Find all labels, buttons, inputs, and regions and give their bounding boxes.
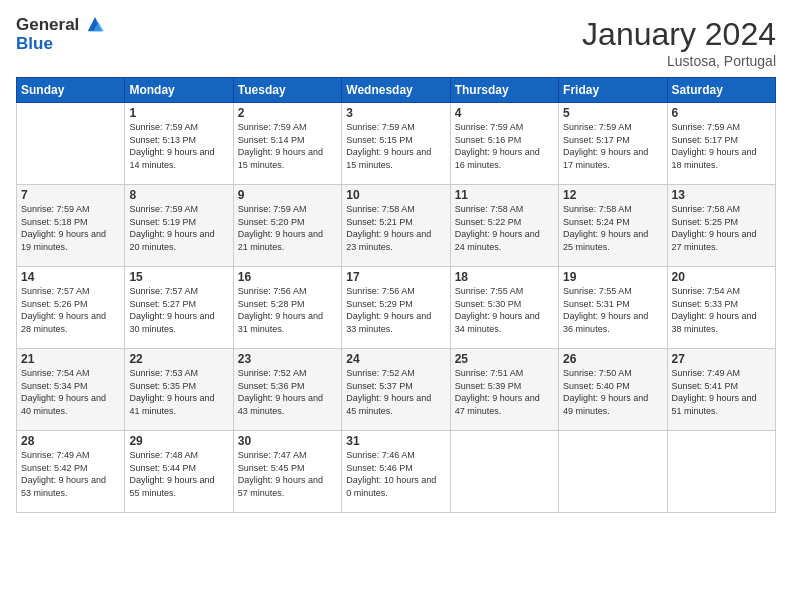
day-info: Sunrise: 7:57 AMSunset: 5:26 PMDaylight:… bbox=[21, 285, 120, 335]
day-number: 15 bbox=[129, 270, 228, 284]
calendar-cell: 12Sunrise: 7:58 AMSunset: 5:24 PMDayligh… bbox=[559, 185, 667, 267]
calendar-cell: 21Sunrise: 7:54 AMSunset: 5:34 PMDayligh… bbox=[17, 349, 125, 431]
day-number: 1 bbox=[129, 106, 228, 120]
day-number: 17 bbox=[346, 270, 445, 284]
calendar-cell bbox=[667, 431, 775, 513]
day-info: Sunrise: 7:55 AMSunset: 5:30 PMDaylight:… bbox=[455, 285, 554, 335]
calendar-cell: 2Sunrise: 7:59 AMSunset: 5:14 PMDaylight… bbox=[233, 103, 341, 185]
calendar-week-2: 7Sunrise: 7:59 AMSunset: 5:18 PMDaylight… bbox=[17, 185, 776, 267]
calendar-cell: 13Sunrise: 7:58 AMSunset: 5:25 PMDayligh… bbox=[667, 185, 775, 267]
day-info: Sunrise: 7:55 AMSunset: 5:31 PMDaylight:… bbox=[563, 285, 662, 335]
calendar-cell: 16Sunrise: 7:56 AMSunset: 5:28 PMDayligh… bbox=[233, 267, 341, 349]
day-number: 10 bbox=[346, 188, 445, 202]
day-number: 18 bbox=[455, 270, 554, 284]
calendar-cell bbox=[559, 431, 667, 513]
calendar-week-3: 14Sunrise: 7:57 AMSunset: 5:26 PMDayligh… bbox=[17, 267, 776, 349]
calendar-cell: 5Sunrise: 7:59 AMSunset: 5:17 PMDaylight… bbox=[559, 103, 667, 185]
day-info: Sunrise: 7:59 AMSunset: 5:18 PMDaylight:… bbox=[21, 203, 120, 253]
day-number: 7 bbox=[21, 188, 120, 202]
day-number: 19 bbox=[563, 270, 662, 284]
title-block: January 2024 Lustosa, Portugal bbox=[582, 16, 776, 69]
calendar-cell: 14Sunrise: 7:57 AMSunset: 5:26 PMDayligh… bbox=[17, 267, 125, 349]
location: Lustosa, Portugal bbox=[582, 53, 776, 69]
day-info: Sunrise: 7:59 AMSunset: 5:20 PMDaylight:… bbox=[238, 203, 337, 253]
day-info: Sunrise: 7:59 AMSunset: 5:17 PMDaylight:… bbox=[672, 121, 771, 171]
header-day-tuesday: Tuesday bbox=[233, 78, 341, 103]
day-number: 23 bbox=[238, 352, 337, 366]
page: General Blue January 2024 Lustosa, Portu… bbox=[0, 0, 792, 612]
day-info: Sunrise: 7:59 AMSunset: 5:15 PMDaylight:… bbox=[346, 121, 445, 171]
day-info: Sunrise: 7:50 AMSunset: 5:40 PMDaylight:… bbox=[563, 367, 662, 417]
calendar-cell: 4Sunrise: 7:59 AMSunset: 5:16 PMDaylight… bbox=[450, 103, 558, 185]
day-number: 26 bbox=[563, 352, 662, 366]
logo: General Blue bbox=[16, 16, 104, 53]
day-number: 4 bbox=[455, 106, 554, 120]
calendar-cell: 28Sunrise: 7:49 AMSunset: 5:42 PMDayligh… bbox=[17, 431, 125, 513]
calendar-cell: 30Sunrise: 7:47 AMSunset: 5:45 PMDayligh… bbox=[233, 431, 341, 513]
day-number: 29 bbox=[129, 434, 228, 448]
day-number: 25 bbox=[455, 352, 554, 366]
calendar-cell: 3Sunrise: 7:59 AMSunset: 5:15 PMDaylight… bbox=[342, 103, 450, 185]
day-number: 27 bbox=[672, 352, 771, 366]
day-number: 12 bbox=[563, 188, 662, 202]
day-info: Sunrise: 7:58 AMSunset: 5:22 PMDaylight:… bbox=[455, 203, 554, 253]
calendar-cell bbox=[450, 431, 558, 513]
day-number: 28 bbox=[21, 434, 120, 448]
header-day-monday: Monday bbox=[125, 78, 233, 103]
header-day-wednesday: Wednesday bbox=[342, 78, 450, 103]
day-info: Sunrise: 7:53 AMSunset: 5:35 PMDaylight:… bbox=[129, 367, 228, 417]
day-info: Sunrise: 7:58 AMSunset: 5:24 PMDaylight:… bbox=[563, 203, 662, 253]
calendar-week-5: 28Sunrise: 7:49 AMSunset: 5:42 PMDayligh… bbox=[17, 431, 776, 513]
day-info: Sunrise: 7:49 AMSunset: 5:42 PMDaylight:… bbox=[21, 449, 120, 499]
header-day-thursday: Thursday bbox=[450, 78, 558, 103]
calendar-cell: 22Sunrise: 7:53 AMSunset: 5:35 PMDayligh… bbox=[125, 349, 233, 431]
day-number: 16 bbox=[238, 270, 337, 284]
calendar-cell: 31Sunrise: 7:46 AMSunset: 5:46 PMDayligh… bbox=[342, 431, 450, 513]
day-number: 14 bbox=[21, 270, 120, 284]
day-info: Sunrise: 7:52 AMSunset: 5:36 PMDaylight:… bbox=[238, 367, 337, 417]
calendar-cell: 18Sunrise: 7:55 AMSunset: 5:30 PMDayligh… bbox=[450, 267, 558, 349]
day-info: Sunrise: 7:59 AMSunset: 5:19 PMDaylight:… bbox=[129, 203, 228, 253]
day-info: Sunrise: 7:59 AMSunset: 5:17 PMDaylight:… bbox=[563, 121, 662, 171]
day-info: Sunrise: 7:59 AMSunset: 5:16 PMDaylight:… bbox=[455, 121, 554, 171]
day-info: Sunrise: 7:51 AMSunset: 5:39 PMDaylight:… bbox=[455, 367, 554, 417]
header-day-sunday: Sunday bbox=[17, 78, 125, 103]
calendar-header-row: SundayMondayTuesdayWednesdayThursdayFrid… bbox=[17, 78, 776, 103]
calendar-week-1: 1Sunrise: 7:59 AMSunset: 5:13 PMDaylight… bbox=[17, 103, 776, 185]
calendar-week-4: 21Sunrise: 7:54 AMSunset: 5:34 PMDayligh… bbox=[17, 349, 776, 431]
month-year: January 2024 bbox=[582, 16, 776, 53]
day-number: 9 bbox=[238, 188, 337, 202]
calendar-cell: 27Sunrise: 7:49 AMSunset: 5:41 PMDayligh… bbox=[667, 349, 775, 431]
day-info: Sunrise: 7:58 AMSunset: 5:25 PMDaylight:… bbox=[672, 203, 771, 253]
day-info: Sunrise: 7:54 AMSunset: 5:34 PMDaylight:… bbox=[21, 367, 120, 417]
calendar-table: SundayMondayTuesdayWednesdayThursdayFrid… bbox=[16, 77, 776, 513]
header: General Blue January 2024 Lustosa, Portu… bbox=[16, 16, 776, 69]
day-number: 24 bbox=[346, 352, 445, 366]
calendar-cell bbox=[17, 103, 125, 185]
calendar-cell: 11Sunrise: 7:58 AMSunset: 5:22 PMDayligh… bbox=[450, 185, 558, 267]
logo-blue: Blue bbox=[16, 35, 104, 54]
header-day-saturday: Saturday bbox=[667, 78, 775, 103]
calendar-cell: 25Sunrise: 7:51 AMSunset: 5:39 PMDayligh… bbox=[450, 349, 558, 431]
calendar-cell: 7Sunrise: 7:59 AMSunset: 5:18 PMDaylight… bbox=[17, 185, 125, 267]
day-info: Sunrise: 7:59 AMSunset: 5:14 PMDaylight:… bbox=[238, 121, 337, 171]
day-number: 2 bbox=[238, 106, 337, 120]
calendar-cell: 15Sunrise: 7:57 AMSunset: 5:27 PMDayligh… bbox=[125, 267, 233, 349]
day-info: Sunrise: 7:57 AMSunset: 5:27 PMDaylight:… bbox=[129, 285, 228, 335]
day-info: Sunrise: 7:59 AMSunset: 5:13 PMDaylight:… bbox=[129, 121, 228, 171]
calendar-cell: 23Sunrise: 7:52 AMSunset: 5:36 PMDayligh… bbox=[233, 349, 341, 431]
day-number: 11 bbox=[455, 188, 554, 202]
calendar-cell: 20Sunrise: 7:54 AMSunset: 5:33 PMDayligh… bbox=[667, 267, 775, 349]
day-number: 31 bbox=[346, 434, 445, 448]
day-number: 13 bbox=[672, 188, 771, 202]
day-info: Sunrise: 7:56 AMSunset: 5:28 PMDaylight:… bbox=[238, 285, 337, 335]
header-day-friday: Friday bbox=[559, 78, 667, 103]
calendar-cell: 19Sunrise: 7:55 AMSunset: 5:31 PMDayligh… bbox=[559, 267, 667, 349]
day-info: Sunrise: 7:46 AMSunset: 5:46 PMDaylight:… bbox=[346, 449, 445, 499]
calendar-cell: 6Sunrise: 7:59 AMSunset: 5:17 PMDaylight… bbox=[667, 103, 775, 185]
day-info: Sunrise: 7:52 AMSunset: 5:37 PMDaylight:… bbox=[346, 367, 445, 417]
day-info: Sunrise: 7:47 AMSunset: 5:45 PMDaylight:… bbox=[238, 449, 337, 499]
day-number: 22 bbox=[129, 352, 228, 366]
calendar-cell: 17Sunrise: 7:56 AMSunset: 5:29 PMDayligh… bbox=[342, 267, 450, 349]
day-number: 3 bbox=[346, 106, 445, 120]
